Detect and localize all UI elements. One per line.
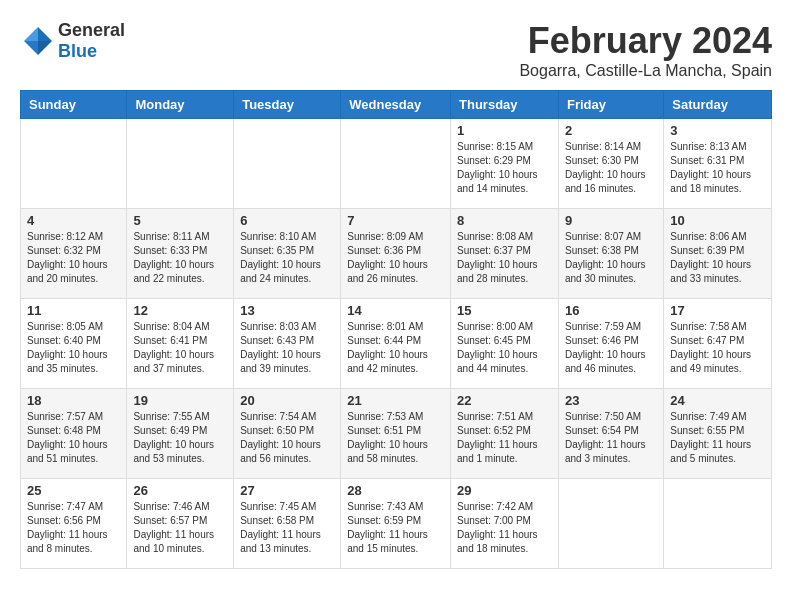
calendar-week-row: 1Sunrise: 8:15 AM Sunset: 6:29 PM Daylig…: [21, 119, 772, 209]
calendar-cell: [558, 479, 663, 569]
calendar-cell: [127, 119, 234, 209]
calendar-week-row: 11Sunrise: 8:05 AM Sunset: 6:40 PM Dayli…: [21, 299, 772, 389]
calendar-cell: 9Sunrise: 8:07 AM Sunset: 6:38 PM Daylig…: [558, 209, 663, 299]
calendar-cell: 26Sunrise: 7:46 AM Sunset: 6:57 PM Dayli…: [127, 479, 234, 569]
day-number: 5: [133, 213, 227, 228]
title-section: February 2024 Bogarra, Castille-La Manch…: [519, 20, 772, 80]
day-info: Sunrise: 8:14 AM Sunset: 6:30 PM Dayligh…: [565, 140, 657, 196]
day-number: 1: [457, 123, 552, 138]
day-number: 15: [457, 303, 552, 318]
calendar-cell: 29Sunrise: 7:42 AM Sunset: 7:00 PM Dayli…: [451, 479, 559, 569]
day-number: 4: [27, 213, 120, 228]
header-sunday: Sunday: [21, 91, 127, 119]
day-info: Sunrise: 8:07 AM Sunset: 6:38 PM Dayligh…: [565, 230, 657, 286]
calendar-cell: 23Sunrise: 7:50 AM Sunset: 6:54 PM Dayli…: [558, 389, 663, 479]
calendar-cell: 3Sunrise: 8:13 AM Sunset: 6:31 PM Daylig…: [664, 119, 772, 209]
calendar-cell: [21, 119, 127, 209]
day-info: Sunrise: 7:43 AM Sunset: 6:59 PM Dayligh…: [347, 500, 444, 556]
calendar-cell: [234, 119, 341, 209]
calendar-cell: 6Sunrise: 8:10 AM Sunset: 6:35 PM Daylig…: [234, 209, 341, 299]
calendar-cell: 16Sunrise: 7:59 AM Sunset: 6:46 PM Dayli…: [558, 299, 663, 389]
calendar-cell: 4Sunrise: 8:12 AM Sunset: 6:32 PM Daylig…: [21, 209, 127, 299]
day-info: Sunrise: 8:09 AM Sunset: 6:36 PM Dayligh…: [347, 230, 444, 286]
day-info: Sunrise: 7:58 AM Sunset: 6:47 PM Dayligh…: [670, 320, 765, 376]
day-number: 18: [27, 393, 120, 408]
day-info: Sunrise: 8:13 AM Sunset: 6:31 PM Dayligh…: [670, 140, 765, 196]
calendar-cell: 21Sunrise: 7:53 AM Sunset: 6:51 PM Dayli…: [341, 389, 451, 479]
day-info: Sunrise: 7:51 AM Sunset: 6:52 PM Dayligh…: [457, 410, 552, 466]
day-info: Sunrise: 8:03 AM Sunset: 6:43 PM Dayligh…: [240, 320, 334, 376]
day-number: 26: [133, 483, 227, 498]
day-number: 9: [565, 213, 657, 228]
day-info: Sunrise: 7:46 AM Sunset: 6:57 PM Dayligh…: [133, 500, 227, 556]
day-number: 29: [457, 483, 552, 498]
day-info: Sunrise: 7:45 AM Sunset: 6:58 PM Dayligh…: [240, 500, 334, 556]
day-number: 25: [27, 483, 120, 498]
day-info: Sunrise: 7:50 AM Sunset: 6:54 PM Dayligh…: [565, 410, 657, 466]
header-saturday: Saturday: [664, 91, 772, 119]
header-friday: Friday: [558, 91, 663, 119]
calendar-week-row: 18Sunrise: 7:57 AM Sunset: 6:48 PM Dayli…: [21, 389, 772, 479]
logo-blue-text: Blue: [58, 41, 97, 61]
calendar-header-row: Sunday Monday Tuesday Wednesday Thursday…: [21, 91, 772, 119]
day-number: 24: [670, 393, 765, 408]
day-info: Sunrise: 8:12 AM Sunset: 6:32 PM Dayligh…: [27, 230, 120, 286]
logo: General Blue: [20, 20, 125, 62]
calendar-cell: [664, 479, 772, 569]
calendar-cell: 18Sunrise: 7:57 AM Sunset: 6:48 PM Dayli…: [21, 389, 127, 479]
calendar-week-row: 25Sunrise: 7:47 AM Sunset: 6:56 PM Dayli…: [21, 479, 772, 569]
day-number: 16: [565, 303, 657, 318]
calendar-cell: 13Sunrise: 8:03 AM Sunset: 6:43 PM Dayli…: [234, 299, 341, 389]
calendar-cell: 10Sunrise: 8:06 AM Sunset: 6:39 PM Dayli…: [664, 209, 772, 299]
day-number: 20: [240, 393, 334, 408]
page-header: General Blue February 2024 Bogarra, Cast…: [20, 20, 772, 80]
day-number: 12: [133, 303, 227, 318]
day-number: 28: [347, 483, 444, 498]
day-number: 17: [670, 303, 765, 318]
day-number: 6: [240, 213, 334, 228]
header-wednesday: Wednesday: [341, 91, 451, 119]
day-number: 13: [240, 303, 334, 318]
day-info: Sunrise: 7:49 AM Sunset: 6:55 PM Dayligh…: [670, 410, 765, 466]
day-number: 23: [565, 393, 657, 408]
calendar-cell: 11Sunrise: 8:05 AM Sunset: 6:40 PM Dayli…: [21, 299, 127, 389]
day-number: 7: [347, 213, 444, 228]
day-info: Sunrise: 7:54 AM Sunset: 6:50 PM Dayligh…: [240, 410, 334, 466]
calendar-cell: 22Sunrise: 7:51 AM Sunset: 6:52 PM Dayli…: [451, 389, 559, 479]
month-year-title: February 2024: [519, 20, 772, 62]
logo-general-text: General: [58, 20, 125, 40]
day-info: Sunrise: 8:05 AM Sunset: 6:40 PM Dayligh…: [27, 320, 120, 376]
day-info: Sunrise: 7:42 AM Sunset: 7:00 PM Dayligh…: [457, 500, 552, 556]
header-monday: Monday: [127, 91, 234, 119]
day-info: Sunrise: 7:55 AM Sunset: 6:49 PM Dayligh…: [133, 410, 227, 466]
day-info: Sunrise: 8:01 AM Sunset: 6:44 PM Dayligh…: [347, 320, 444, 376]
day-info: Sunrise: 7:53 AM Sunset: 6:51 PM Dayligh…: [347, 410, 444, 466]
day-info: Sunrise: 8:08 AM Sunset: 6:37 PM Dayligh…: [457, 230, 552, 286]
day-number: 2: [565, 123, 657, 138]
calendar-cell: 7Sunrise: 8:09 AM Sunset: 6:36 PM Daylig…: [341, 209, 451, 299]
header-thursday: Thursday: [451, 91, 559, 119]
day-info: Sunrise: 8:00 AM Sunset: 6:45 PM Dayligh…: [457, 320, 552, 376]
calendar-cell: 5Sunrise: 8:11 AM Sunset: 6:33 PM Daylig…: [127, 209, 234, 299]
calendar-cell: 1Sunrise: 8:15 AM Sunset: 6:29 PM Daylig…: [451, 119, 559, 209]
calendar-cell: 2Sunrise: 8:14 AM Sunset: 6:30 PM Daylig…: [558, 119, 663, 209]
day-info: Sunrise: 8:10 AM Sunset: 6:35 PM Dayligh…: [240, 230, 334, 286]
calendar-cell: 28Sunrise: 7:43 AM Sunset: 6:59 PM Dayli…: [341, 479, 451, 569]
calendar-cell: 17Sunrise: 7:58 AM Sunset: 6:47 PM Dayli…: [664, 299, 772, 389]
calendar-cell: [341, 119, 451, 209]
calendar-cell: 8Sunrise: 8:08 AM Sunset: 6:37 PM Daylig…: [451, 209, 559, 299]
day-info: Sunrise: 8:04 AM Sunset: 6:41 PM Dayligh…: [133, 320, 227, 376]
day-number: 8: [457, 213, 552, 228]
calendar-cell: 14Sunrise: 8:01 AM Sunset: 6:44 PM Dayli…: [341, 299, 451, 389]
day-number: 10: [670, 213, 765, 228]
day-number: 11: [27, 303, 120, 318]
day-number: 14: [347, 303, 444, 318]
day-number: 19: [133, 393, 227, 408]
day-info: Sunrise: 7:59 AM Sunset: 6:46 PM Dayligh…: [565, 320, 657, 376]
day-number: 22: [457, 393, 552, 408]
calendar-cell: 24Sunrise: 7:49 AM Sunset: 6:55 PM Dayli…: [664, 389, 772, 479]
header-tuesday: Tuesday: [234, 91, 341, 119]
calendar-cell: 19Sunrise: 7:55 AM Sunset: 6:49 PM Dayli…: [127, 389, 234, 479]
logo-icon: [20, 23, 56, 59]
day-info: Sunrise: 8:15 AM Sunset: 6:29 PM Dayligh…: [457, 140, 552, 196]
